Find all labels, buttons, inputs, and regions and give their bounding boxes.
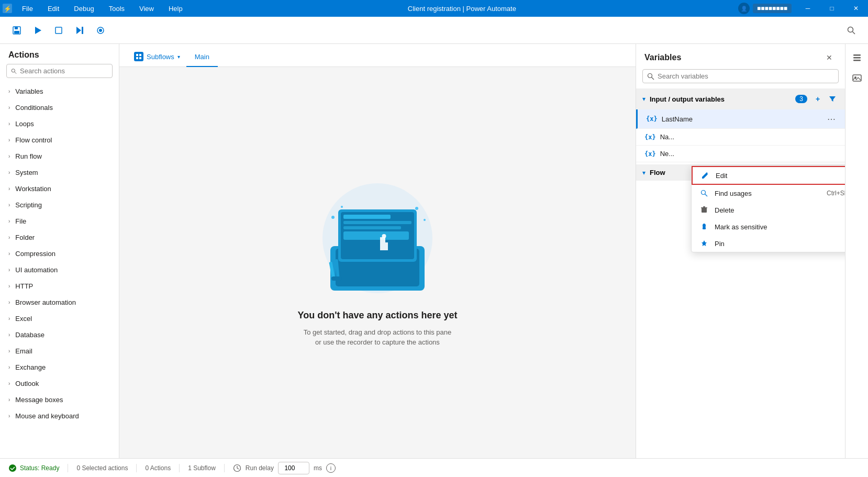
chevron-icon: › — [8, 348, 10, 354]
svg-point-10 — [99, 29, 102, 32]
menu-file[interactable]: File — [15, 0, 40, 17]
variables-panel: Variables ✕ ▾ Input / output variables — [636, 44, 845, 458]
minimize-button[interactable]: ─ — [796, 0, 820, 17]
context-menu-delete[interactable]: Delete Del — [692, 202, 845, 218]
run-button[interactable] — [29, 22, 46, 39]
svg-rect-44 — [703, 227, 706, 229]
action-item-email[interactable]: › Email — [0, 343, 119, 359]
variables-close-button[interactable]: ✕ — [822, 50, 837, 65]
variable-item-ne[interactable]: {x} Ne... — [636, 146, 845, 162]
action-item-variables[interactable]: › Variables — [0, 83, 119, 99]
context-menu-sensitive-label: Mark as sensitive — [715, 223, 767, 231]
edit-icon — [701, 171, 709, 180]
action-item-system[interactable]: › System — [0, 164, 119, 181]
action-item-mouse-keyboard[interactable]: › Mouse and keyboard — [0, 408, 119, 424]
svg-rect-3 — [15, 27, 18, 29]
context-menu-find-usages[interactable]: Find usages Ctrl+Shift+F — [692, 185, 845, 202]
svg-rect-16 — [139, 54, 141, 56]
action-item-exchange[interactable]: › Exchange — [0, 359, 119, 375]
filter-button[interactable] — [826, 93, 839, 105]
action-item-file[interactable]: › File — [0, 213, 119, 229]
close-button[interactable]: ✕ — [844, 0, 868, 17]
app-body: Actions › Variables › Conditionals — [0, 17, 868, 477]
action-item-compression[interactable]: › Compression — [0, 246, 119, 262]
action-item-loops[interactable]: › Loops — [0, 116, 119, 132]
action-item-workstation[interactable]: › Workstation — [0, 181, 119, 197]
menu-help[interactable]: Help — [161, 0, 190, 17]
menu-tools[interactable]: Tools — [102, 0, 132, 17]
stop-button[interactable] — [50, 22, 67, 39]
io-section-count: 3 — [795, 95, 807, 103]
image-icon-button[interactable] — [848, 69, 866, 88]
menu-edit[interactable]: Edit — [40, 0, 66, 17]
variable-item-na[interactable]: {x} Na... — [636, 129, 845, 146]
variable-icon: {x} — [644, 150, 656, 158]
chevron-icon: › — [8, 121, 10, 127]
action-item-folder[interactable]: › Folder — [0, 229, 119, 246]
selected-actions-count: 0 Selected actions — [76, 464, 128, 472]
record-button[interactable] — [92, 22, 109, 39]
action-item-ui-automation[interactable]: › UI automation — [0, 262, 119, 278]
step-button[interactable] — [71, 22, 88, 39]
action-item-scripting[interactable]: › Scripting — [0, 197, 119, 213]
variable-menu-button[interactable]: ⋯ — [826, 114, 837, 124]
search-variables-input[interactable] — [658, 72, 834, 80]
action-item-label: UI automation — [15, 266, 58, 274]
maximize-button[interactable]: □ — [820, 0, 844, 17]
canvas-search-button[interactable] — [843, 22, 860, 39]
context-menu-mark-sensitive[interactable]: Mark as sensitive — [692, 218, 845, 235]
run-delay-input[interactable] — [278, 462, 309, 474]
action-item-flow-control[interactable]: › Flow control — [0, 132, 119, 148]
run-delay-info-button[interactable]: i — [326, 463, 336, 473]
menu-bar: File Edit Debug Tools View Help — [15, 0, 190, 17]
context-menu-edit[interactable]: Edit — [692, 166, 845, 185]
variable-icon: {x} — [646, 115, 658, 123]
status-divider — [224, 464, 225, 472]
svg-rect-24 — [343, 215, 391, 219]
layers-icon-button[interactable] — [848, 48, 866, 67]
search-actions-input[interactable] — [20, 67, 108, 75]
status-check-icon — [8, 464, 17, 472]
action-item-run-flow[interactable]: › Run flow — [0, 148, 119, 164]
svg-point-43 — [703, 224, 706, 228]
find-usages-icon — [700, 189, 708, 197]
sensitive-icon — [700, 223, 708, 231]
status-text: Status: Ready — [20, 464, 59, 472]
save-button[interactable] — [8, 22, 25, 39]
action-item-message-boxes[interactable]: › Message boxes — [0, 392, 119, 408]
actions-search-box[interactable] — [6, 64, 113, 78]
action-item-excel[interactable]: › Excel — [0, 310, 119, 327]
chevron-icon: › — [8, 186, 10, 192]
svg-rect-46 — [853, 57, 861, 59]
variables-title: Variables — [644, 53, 681, 62]
user-area[interactable]: 👤 ■■■■■■■■ — [734, 3, 796, 14]
action-item-conditionals[interactable]: › Conditionals — [0, 99, 119, 116]
action-item-database[interactable]: › Database — [0, 327, 119, 343]
action-item-outlook[interactable]: › Outlook — [0, 375, 119, 392]
subflows-button[interactable]: Subflows ▾ — [128, 47, 186, 66]
svg-line-39 — [705, 194, 708, 197]
svg-point-50 — [9, 464, 16, 472]
section-collapse-icon: ▾ — [642, 95, 646, 103]
menu-view[interactable]: View — [132, 0, 161, 17]
input-output-section-header[interactable]: ▾ Input / output variables 3 + — [636, 88, 845, 109]
variable-item-lastname[interactable]: {x} LastName ⋯ — [636, 109, 845, 129]
action-item-label: Outlook — [15, 380, 39, 387]
chevron-icon: › — [8, 283, 10, 289]
subflows-icon — [134, 52, 143, 61]
svg-marker-5 — [35, 27, 41, 34]
action-item-label: Scripting — [15, 201, 42, 209]
run-delay-unit: ms — [314, 464, 322, 472]
action-item-label: Exchange — [15, 363, 46, 371]
run-delay-area: Run delay ms i — [233, 462, 336, 474]
variables-search-box[interactable] — [642, 69, 839, 83]
action-item-http[interactable]: › HTTP — [0, 278, 119, 294]
tab-main[interactable]: Main — [186, 48, 218, 67]
variables-header: Variables ✕ — [636, 44, 845, 69]
menu-debug[interactable]: Debug — [66, 0, 101, 17]
add-variable-button[interactable]: + — [811, 93, 824, 105]
chevron-icon: › — [8, 397, 10, 403]
chevron-icon: › — [8, 137, 10, 143]
context-menu-pin[interactable]: Pin — [692, 235, 845, 252]
action-item-browser-automation[interactable]: › Browser automation — [0, 294, 119, 310]
